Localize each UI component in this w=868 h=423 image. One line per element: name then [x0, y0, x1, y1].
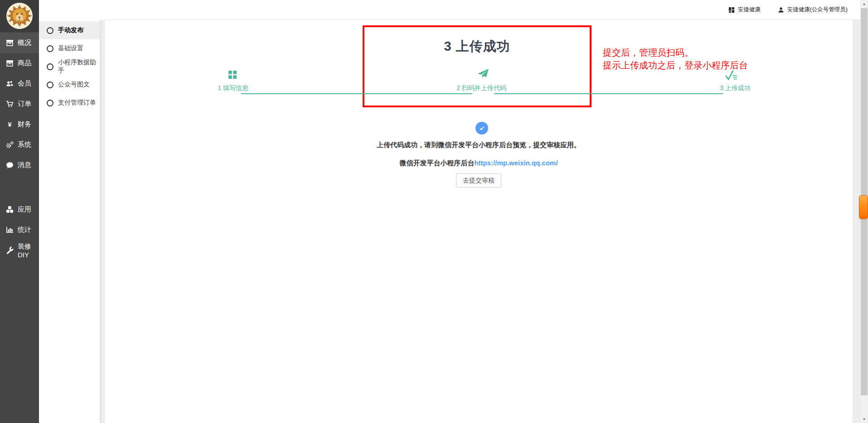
submenu-item-label: 公众号图文: [58, 81, 90, 89]
submenu-item-label: 手动发布: [58, 26, 83, 34]
circle-icon: [47, 100, 53, 106]
sidebar-item-label: 系统: [18, 140, 31, 149]
top-header: 安捷健康 安捷健康(公众号管理员): [105, 0, 860, 20]
step-1-label: 1 填写信息: [188, 84, 278, 92]
gears-icon: [6, 141, 14, 149]
grid-icon: [728, 7, 735, 13]
platform-line: 微信开发平台小程序后台https://mp.weixin.qq.com/: [105, 159, 852, 168]
nav-spacer: [0, 175, 39, 199]
user-icon: [778, 7, 784, 13]
submenu-item-label: 小程序数据助手: [58, 58, 100, 75]
wizard-step-title: 3 上传成功: [363, 39, 592, 53]
submenu-item-label: 基础设置: [58, 44, 83, 53]
sidebar-item-overview[interactable]: 概况: [0, 33, 39, 53]
sidebar-item-label: 消息: [18, 161, 31, 169]
sidebar-item-system[interactable]: 系统: [0, 135, 39, 155]
submenu-item-official-account-articles[interactable]: 公众号图文: [39, 76, 100, 94]
handwritten-annotation: 提交后，管理员扫码。 提示上传成功之后，登录小程序后台: [603, 46, 748, 72]
annotation-line-1: 提交后，管理员扫码。: [603, 46, 748, 59]
circle-icon: [47, 63, 53, 70]
sidebar-item-goods[interactable]: 商品: [0, 53, 39, 73]
comment-icon: [6, 161, 14, 169]
sidebar-item-members[interactable]: 会员: [0, 73, 39, 94]
sidebar-item-label: 财务: [18, 120, 31, 129]
bar-chart-icon: [6, 226, 14, 234]
sidebar-item-finance[interactable]: 财务: [0, 114, 39, 135]
annotation-line-2: 提示上传成功之后，登录小程序后台: [603, 59, 748, 72]
submenu-item-miniprogram-data-assistant[interactable]: 小程序数据助手: [39, 58, 100, 76]
submenu-item-label: 支付管理订单: [58, 99, 96, 107]
sidebar-item-label: 会员: [18, 79, 31, 88]
success-check-icon: [475, 122, 488, 135]
app-logo: [0, 0, 39, 32]
sidebar-item-apps[interactable]: 应用: [0, 199, 39, 220]
paper-plane-icon: [477, 68, 489, 80]
success-message: 上传代码成功，请到微信开发平台小程序后台预览，提交审核应用。: [105, 141, 852, 149]
content-right-strip: [853, 20, 860, 423]
step-3-label: 3 上传成功: [690, 84, 781, 92]
sidebar-item-label: 订单: [18, 100, 31, 108]
submenu-item-manual-publish[interactable]: 手动发布: [39, 21, 100, 39]
circle-icon: [47, 27, 53, 34]
scroll-up-arrow[interactable]: [860, 0, 868, 8]
platform-link[interactable]: https://mp.weixin.qq.com/: [474, 159, 558, 167]
step-2-label: 2 扫码并上传代码: [436, 84, 527, 92]
step-connector-line: [494, 93, 723, 94]
vertical-scrollbar[interactable]: [860, 0, 868, 423]
sidebar-item-label: 商品: [18, 59, 31, 67]
secondary-sidebar: 手动发布 基础设置 小程序数据助手 公众号图文 支付管理订单: [39, 0, 100, 423]
platform-label: 微信开发平台小程序后台: [399, 159, 474, 167]
submenu-item-payment-orders[interactable]: 支付管理订单: [39, 94, 100, 112]
sidebar-item-label: 统计: [18, 226, 31, 234]
archive-icon: [6, 39, 14, 47]
sidebar-item-messages[interactable]: 消息: [0, 155, 39, 175]
wrench-icon: [6, 246, 14, 254]
go-submit-review-button[interactable]: 去提交审核: [456, 173, 501, 187]
sidebar-item-label: 装修DIY: [18, 242, 39, 259]
annotation-box: [363, 25, 592, 107]
orange-scroll-marker: [859, 195, 868, 219]
users-icon: [6, 80, 14, 87]
circle-icon: [47, 82, 53, 88]
sidebar-item-stats[interactable]: 统计: [0, 220, 39, 240]
submenu-item-basic-settings[interactable]: 基础设置: [39, 39, 100, 58]
cart-icon: [6, 100, 14, 108]
cubes-icon: [6, 206, 14, 213]
scroll-down-arrow[interactable]: [860, 415, 868, 423]
circle-icon: [47, 45, 53, 52]
yen-icon: [6, 120, 14, 128]
archive-icon: [6, 59, 14, 67]
primary-sidebar: 概况 商品 会员 订单 财务 系统: [0, 0, 39, 423]
step-connector-line: [241, 93, 472, 94]
grid-icon: [228, 71, 237, 79]
store-switcher[interactable]: 安捷健康: [728, 6, 761, 14]
sidebar-item-label: 应用: [18, 205, 31, 214]
sidebar-item-decorate-diy[interactable]: 装修DIY: [0, 240, 39, 260]
store-name: 安捷健康: [738, 6, 761, 14]
account-name: 安捷健康(公众号管理员): [787, 6, 848, 14]
primary-nav: 概况 商品 会员 订单 财务 系统: [0, 33, 39, 260]
account-menu[interactable]: 安捷健康(公众号管理员): [778, 6, 848, 14]
sidebar-item-orders[interactable]: 订单: [0, 94, 39, 114]
main-content: 3 上传成功 1 填写信息 2 扫码并上传代码 3 上传成功 提交后，管理员扫码…: [105, 20, 852, 423]
sidebar-item-label: 概况: [18, 38, 31, 47]
lion-logo-icon: [6, 2, 33, 29]
submenu-scroll-strip: [100, 20, 105, 423]
